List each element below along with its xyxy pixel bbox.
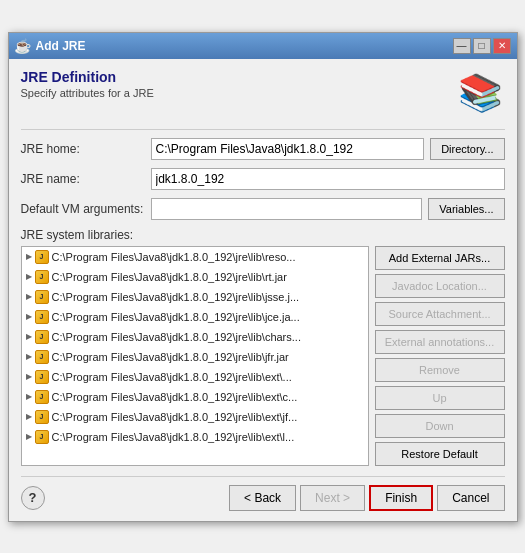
jre-name-label: JRE name: — [21, 172, 151, 186]
books-decoration-icon: 📚 — [458, 72, 503, 114]
expand-icon[interactable]: ▶ — [26, 432, 32, 441]
library-path: C:\Program Files\Java8\jdk1.8.0_192\jre\… — [52, 351, 289, 363]
finish-button[interactable]: Finish — [369, 485, 433, 511]
libraries-list[interactable]: ▶JC:\Program Files\Java8\jdk1.8.0_192\jr… — [21, 246, 369, 466]
list-item[interactable]: ▶JC:\Program Files\Java8\jdk1.8.0_192\jr… — [22, 247, 368, 267]
external-annotations-button[interactable]: External annotations... — [375, 330, 505, 354]
expand-icon[interactable]: ▶ — [26, 352, 32, 361]
window-icon: ☕ — [15, 38, 31, 54]
header-text: JRE Definition Specify attributes for a … — [21, 69, 154, 99]
list-item[interactable]: ▶JC:\Program Files\Java8\jdk1.8.0_192\jr… — [22, 367, 368, 387]
remove-button[interactable]: Remove — [375, 358, 505, 382]
minimize-button[interactable]: — — [453, 38, 471, 54]
expand-icon[interactable]: ▶ — [26, 272, 32, 281]
restore-default-button[interactable]: Restore Default — [375, 442, 505, 466]
header-separator — [21, 129, 505, 130]
vm-args-input[interactable] — [151, 198, 423, 220]
add-external-jars-button[interactable]: Add External JARs... — [375, 246, 505, 270]
library-path: C:\Program Files\Java8\jdk1.8.0_192\jre\… — [52, 271, 287, 283]
list-item[interactable]: ▶JC:\Program Files\Java8\jdk1.8.0_192\jr… — [22, 387, 368, 407]
jar-icon: J — [34, 289, 50, 305]
library-path: C:\Program Files\Java8\jdk1.8.0_192\jre\… — [52, 431, 295, 443]
jre-home-input[interactable] — [151, 138, 425, 160]
title-bar: ☕ Add JRE — □ ✕ — [9, 33, 517, 59]
library-path: C:\Program Files\Java8\jdk1.8.0_192\jre\… — [52, 331, 301, 343]
expand-icon[interactable]: ▶ — [26, 312, 32, 321]
title-controls: — □ ✕ — [453, 38, 511, 54]
bottom-bar: ? < Back Next > Finish Cancel — [21, 476, 505, 511]
window-title: Add JRE — [36, 39, 86, 53]
jar-icon: J — [34, 309, 50, 325]
jre-name-row: JRE name: — [21, 168, 505, 190]
jar-icon: J — [34, 329, 50, 345]
help-button[interactable]: ? — [21, 486, 45, 510]
list-item[interactable]: ▶JC:\Program Files\Java8\jdk1.8.0_192\jr… — [22, 427, 368, 447]
jar-icon: J — [34, 349, 50, 365]
jre-name-input[interactable] — [151, 168, 505, 190]
add-jre-dialog: ☕ Add JRE — □ ✕ JRE Definition Specify a… — [8, 32, 518, 522]
next-button[interactable]: Next > — [300, 485, 365, 511]
jar-icon: J — [34, 429, 50, 445]
expand-icon[interactable]: ▶ — [26, 292, 32, 301]
vm-args-row: Default VM arguments: Variables... — [21, 198, 505, 220]
section-subtitle: Specify attributes for a JRE — [21, 87, 154, 99]
up-button[interactable]: Up — [375, 386, 505, 410]
maximize-button[interactable]: □ — [473, 38, 491, 54]
title-bar-left: ☕ Add JRE — [15, 38, 86, 54]
javadoc-location-button[interactable]: Javadoc Location... — [375, 274, 505, 298]
expand-icon[interactable]: ▶ — [26, 372, 32, 381]
library-path: C:\Program Files\Java8\jdk1.8.0_192\jre\… — [52, 371, 292, 383]
list-item[interactable]: ▶JC:\Program Files\Java8\jdk1.8.0_192\jr… — [22, 307, 368, 327]
libraries-section-label: JRE system libraries: — [21, 228, 505, 242]
vm-args-label: Default VM arguments: — [21, 202, 151, 216]
list-item[interactable]: ▶JC:\Program Files\Java8\jdk1.8.0_192\jr… — [22, 267, 368, 287]
jre-home-row: JRE home: Directory... — [21, 138, 505, 160]
jre-home-label: JRE home: — [21, 142, 151, 156]
list-item[interactable]: ▶JC:\Program Files\Java8\jdk1.8.0_192\jr… — [22, 407, 368, 427]
library-path: C:\Program Files\Java8\jdk1.8.0_192\jre\… — [52, 411, 298, 423]
jar-icon: J — [34, 369, 50, 385]
directory-button[interactable]: Directory... — [430, 138, 504, 160]
libraries-buttons: Add External JARs... Javadoc Location...… — [375, 246, 505, 466]
library-path: C:\Program Files\Java8\jdk1.8.0_192\jre\… — [52, 391, 298, 403]
close-button[interactable]: ✕ — [493, 38, 511, 54]
list-item[interactable]: ▶JC:\Program Files\Java8\jdk1.8.0_192\jr… — [22, 287, 368, 307]
back-button[interactable]: < Back — [229, 485, 296, 511]
nav-buttons: < Back Next > Finish Cancel — [229, 485, 504, 511]
down-button[interactable]: Down — [375, 414, 505, 438]
jar-icon: J — [34, 249, 50, 265]
list-item[interactable]: ▶JC:\Program Files\Java8\jdk1.8.0_192\jr… — [22, 327, 368, 347]
expand-icon[interactable]: ▶ — [26, 392, 32, 401]
header-icon: 📚 — [457, 69, 505, 117]
expand-icon[interactable]: ▶ — [26, 332, 32, 341]
jar-icon: J — [34, 269, 50, 285]
header-section: JRE Definition Specify attributes for a … — [21, 69, 505, 117]
jar-icon: J — [34, 389, 50, 405]
source-attachment-button[interactable]: Source Attachment... — [375, 302, 505, 326]
list-item[interactable]: ▶JC:\Program Files\Java8\jdk1.8.0_192\jr… — [22, 347, 368, 367]
variables-button[interactable]: Variables... — [428, 198, 504, 220]
library-path: C:\Program Files\Java8\jdk1.8.0_192\jre\… — [52, 251, 296, 263]
expand-icon[interactable]: ▶ — [26, 252, 32, 261]
library-path: C:\Program Files\Java8\jdk1.8.0_192\jre\… — [52, 311, 300, 323]
jar-icon: J — [34, 409, 50, 425]
cancel-button[interactable]: Cancel — [437, 485, 504, 511]
dialog-content: JRE Definition Specify attributes for a … — [9, 59, 517, 521]
libraries-container: ▶JC:\Program Files\Java8\jdk1.8.0_192\jr… — [21, 246, 505, 466]
section-title: JRE Definition — [21, 69, 154, 85]
library-path: C:\Program Files\Java8\jdk1.8.0_192\jre\… — [52, 291, 300, 303]
expand-icon[interactable]: ▶ — [26, 412, 32, 421]
